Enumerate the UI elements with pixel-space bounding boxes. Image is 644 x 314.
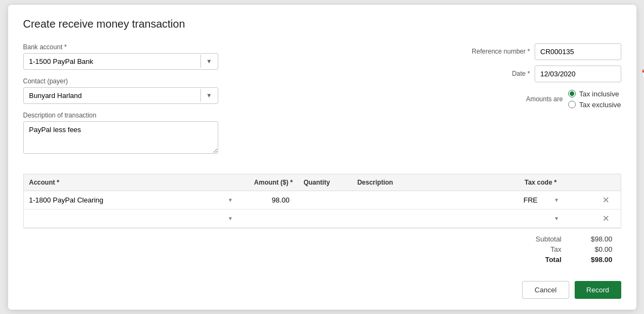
date-input[interactable] — [535, 66, 637, 82]
tax-code-input-1[interactable] — [521, 193, 554, 207]
amounts-options: Tax inclusive Tax exclusive — [568, 90, 621, 109]
tax-code-input-2[interactable] — [521, 212, 554, 225]
date-field[interactable]: 📅 — [535, 66, 621, 82]
contact-input[interactable] — [24, 88, 200, 103]
form-top: Bank account * ▼ Contact (payer) ▼ Descr… — [23, 43, 621, 163]
cancel-button[interactable]: Cancel — [522, 281, 569, 299]
remove-cell-2: ✕ — [597, 209, 621, 227]
tax-code-select-2[interactable]: ▼ — [521, 212, 594, 225]
form-left: Bank account * ▼ Contact (payer) ▼ Descr… — [23, 43, 251, 163]
remove-row-1-button[interactable]: ✕ — [599, 194, 613, 206]
description-input-1[interactable] — [354, 193, 517, 207]
bank-account-input[interactable] — [24, 54, 200, 69]
contact-field-group: Contact (payer) ▼ — [23, 77, 251, 104]
col-description: Description — [352, 174, 519, 191]
total-label: Total — [529, 256, 562, 264]
tax-row: Tax $0.00 — [529, 245, 613, 253]
table-row: ▼ ▼ — [23, 209, 621, 227]
account-dropdown-arrow-1[interactable]: ▼ — [224, 195, 236, 205]
grand-total-row: Total $98.00 — [529, 256, 613, 264]
account-cell-1: ▼ — [23, 191, 238, 209]
account-select-2[interactable]: ▼ — [26, 212, 237, 225]
reference-input[interactable] — [535, 43, 621, 60]
tax-value: $0.00 — [575, 245, 613, 253]
bank-account-select[interactable]: ▼ — [23, 53, 218, 70]
description-label: Description of transaction — [23, 112, 251, 119]
table-row: ▼ ▼ — [23, 191, 621, 209]
col-tax-code: Tax code * — [519, 174, 596, 191]
tax-exclusive-radio[interactable] — [568, 101, 576, 108]
tax-inclusive-option[interactable]: Tax inclusive — [568, 90, 621, 98]
tax-dropdown-arrow-1[interactable]: ▼ — [554, 197, 559, 203]
amount-input-1[interactable] — [240, 193, 292, 207]
reference-row: Reference number * — [426, 43, 621, 60]
contact-dropdown-arrow[interactable]: ▼ — [200, 89, 218, 102]
quantity-cell-1 — [298, 191, 352, 209]
description-cell-2 — [352, 209, 519, 227]
subtotal-value: $98.00 — [575, 235, 613, 243]
col-amount: Amount ($) * — [238, 174, 298, 191]
remove-cell-1: ✕ — [597, 191, 621, 209]
description-field-group: Description of transaction PayPal less f… — [23, 112, 251, 155]
tax-code-select-1[interactable]: ▼ — [521, 193, 594, 207]
amounts-are-label: Amounts are — [526, 95, 563, 103]
form-right: Reference number * Date * 📅 Amounts are … — [426, 43, 621, 163]
totals-section: Subtotal $98.00 Tax $0.00 Total $98.00 — [23, 228, 621, 270]
footer-buttons: Cancel Record — [23, 281, 621, 299]
col-account: Account * — [23, 174, 238, 191]
subtotal-row: Subtotal $98.00 — [529, 235, 613, 243]
bank-account-field-group: Bank account * ▼ — [23, 43, 251, 70]
date-label: Date * — [512, 70, 530, 77]
calendar-icon[interactable]: 📅 — [637, 66, 645, 81]
table-header-row: Account * Amount ($) * Quantity Descript… — [23, 174, 621, 191]
tax-code-cell-2: ▼ — [519, 209, 596, 227]
col-quantity: Quantity — [298, 174, 352, 191]
amount-cell-1 — [238, 191, 298, 209]
description-input[interactable]: PayPal less fees — [23, 121, 218, 154]
description-input-2[interactable] — [354, 212, 517, 225]
reference-label: Reference number * — [472, 48, 530, 55]
tax-dropdown-arrow-2[interactable]: ▼ — [554, 215, 559, 221]
tax-inclusive-label: Tax inclusive — [579, 90, 619, 98]
quantity-cell-2 — [298, 209, 352, 227]
amount-cell-2 — [238, 209, 298, 227]
tax-code-cell-1: ▼ — [519, 191, 596, 209]
contact-label: Contact (payer) — [23, 77, 251, 85]
quantity-input-2[interactable] — [300, 212, 349, 225]
remove-row-2-button[interactable]: ✕ — [599, 212, 613, 225]
tax-exclusive-option[interactable]: Tax exclusive — [568, 101, 621, 109]
amounts-are-row: Amounts are Tax inclusive Tax exclusive — [426, 90, 621, 109]
tax-inclusive-radio[interactable] — [568, 90, 576, 97]
description-cell-1 — [352, 191, 519, 209]
contact-select[interactable]: ▼ — [23, 87, 218, 104]
total-value: $98.00 — [575, 256, 613, 264]
amount-input-2[interactable] — [240, 212, 296, 225]
modal-title: Create receive money transaction — [23, 18, 621, 30]
bank-account-label: Bank account * — [23, 43, 251, 51]
account-cell-2: ▼ — [23, 209, 238, 227]
date-row: Date * 📅 — [426, 66, 621, 82]
bank-account-dropdown-arrow[interactable]: ▼ — [200, 55, 218, 68]
line-items-section: Account * Amount ($) * Quantity Descript… — [23, 174, 621, 270]
quantity-input-1[interactable] — [300, 193, 349, 207]
account-input-1[interactable] — [26, 193, 225, 207]
account-dropdown-arrow-2[interactable]: ▼ — [224, 213, 236, 224]
tax-label: Tax — [529, 245, 562, 253]
create-receive-money-modal: Create receive money transaction Bank ac… — [8, 5, 636, 310]
account-input-2[interactable] — [26, 212, 225, 225]
tax-exclusive-label: Tax exclusive — [579, 101, 621, 109]
record-button[interactable]: Record — [575, 281, 621, 299]
subtotal-label: Subtotal — [529, 235, 562, 243]
account-select-1[interactable]: ▼ — [26, 193, 237, 207]
line-items-table: Account * Amount ($) * Quantity Descript… — [23, 174, 621, 228]
